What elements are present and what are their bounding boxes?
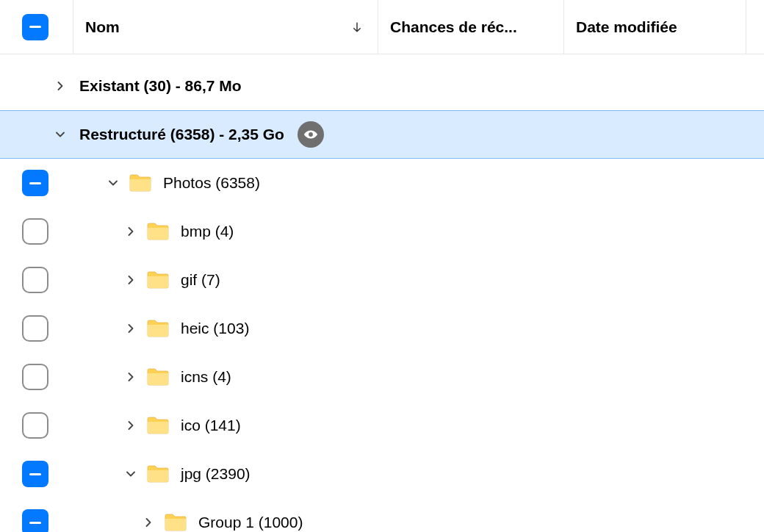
chevron-right-icon: [123, 321, 138, 336]
chevron-down-icon: [106, 176, 120, 190]
chevron-down-icon: [53, 127, 68, 142]
column-name-label: Nom: [85, 18, 120, 36]
gif-label: gif (7): [181, 271, 220, 289]
heic-label: heic (103): [181, 320, 249, 337]
bmp-label: bmp (4): [181, 223, 234, 240]
tree-row-restructured[interactable]: Restructuré (6358) - 2,35 Go: [0, 110, 764, 159]
folder-icon: [165, 514, 187, 531]
tree-row-bmp[interactable]: bmp (4): [0, 207, 764, 256]
restructured-label: Restructuré (6358) - 2,35 Go: [79, 126, 284, 143]
folder-icon: [147, 223, 169, 240]
tree-row-gif[interactable]: gif (7): [0, 256, 764, 304]
column-date-label: Date modifiée: [576, 18, 677, 36]
column-header-name[interactable]: Nom: [73, 0, 378, 54]
tree-row-group1[interactable]: Group 1 (1000): [0, 498, 764, 532]
header-checkbox-cell: [6, 0, 73, 54]
chevron-down-icon: [123, 467, 138, 481]
existing-label: Existant (30) - 86,7 Mo: [79, 77, 242, 95]
group1-label: Group 1 (1000): [198, 514, 303, 531]
expand-group1[interactable]: [138, 515, 159, 530]
icns-label: icns (4): [181, 368, 231, 386]
tree-row-ico[interactable]: ico (141): [0, 401, 764, 450]
expand-heic[interactable]: [120, 321, 141, 336]
icns-checkbox[interactable]: [21, 364, 50, 390]
expand-existing[interactable]: [50, 79, 71, 93]
chevron-right-icon: [123, 418, 138, 433]
expand-gif[interactable]: [120, 273, 141, 287]
tree-row-heic[interactable]: heic (103): [0, 304, 764, 353]
folder-icon: [147, 417, 169, 434]
bmp-checkbox[interactable]: [21, 218, 50, 245]
column-header-row: Nom Chances de réc... Date modifiée: [0, 0, 764, 54]
gif-checkbox[interactable]: [21, 267, 50, 293]
column-header-date[interactable]: Date modifiée: [564, 0, 746, 54]
heic-checkbox[interactable]: [21, 315, 50, 342]
folder-icon: [147, 271, 169, 289]
tree-row-existing[interactable]: Existant (30) - 86,7 Mo: [0, 62, 764, 110]
jpg-label: jpg (2390): [181, 465, 251, 483]
column-header-chance[interactable]: Chances de réc...: [378, 0, 564, 54]
tree-row-icns[interactable]: icns (4): [0, 353, 764, 401]
chevron-right-icon: [123, 370, 138, 384]
collapse-restructured[interactable]: [50, 127, 71, 142]
chevron-right-icon: [123, 273, 138, 287]
select-all-checkbox[interactable]: [22, 14, 48, 40]
folder-icon: [147, 465, 169, 483]
chevron-right-icon: [53, 79, 68, 93]
expand-icns[interactable]: [120, 370, 141, 384]
chevron-right-icon: [141, 515, 156, 530]
expand-ico[interactable]: [120, 418, 141, 433]
expand-bmp[interactable]: [120, 224, 141, 239]
folder-icon: [147, 368, 169, 386]
ico-label: ico (141): [181, 417, 241, 434]
jpg-checkbox[interactable]: [21, 461, 50, 487]
tree-row-jpg[interactable]: jpg (2390): [0, 450, 764, 498]
chevron-right-icon: [123, 224, 138, 239]
ico-checkbox[interactable]: [21, 412, 50, 439]
group1-checkbox[interactable]: [21, 509, 50, 532]
folder-icon: [147, 320, 169, 337]
folder-icon: [129, 174, 151, 192]
eye-icon: [303, 126, 319, 143]
sort-arrow-down-icon: [350, 20, 364, 35]
column-chance-label: Chances de réc...: [390, 18, 517, 36]
file-tree: Existant (30) - 86,7 Mo Restructuré (635…: [0, 54, 764, 532]
tree-row-photos[interactable]: Photos (6358): [0, 159, 764, 207]
collapse-jpg[interactable]: [120, 467, 141, 481]
photos-checkbox[interactable]: [21, 170, 50, 196]
photos-label: Photos (6358): [163, 174, 260, 192]
collapse-photos[interactable]: [103, 176, 123, 190]
preview-button[interactable]: [298, 121, 324, 148]
